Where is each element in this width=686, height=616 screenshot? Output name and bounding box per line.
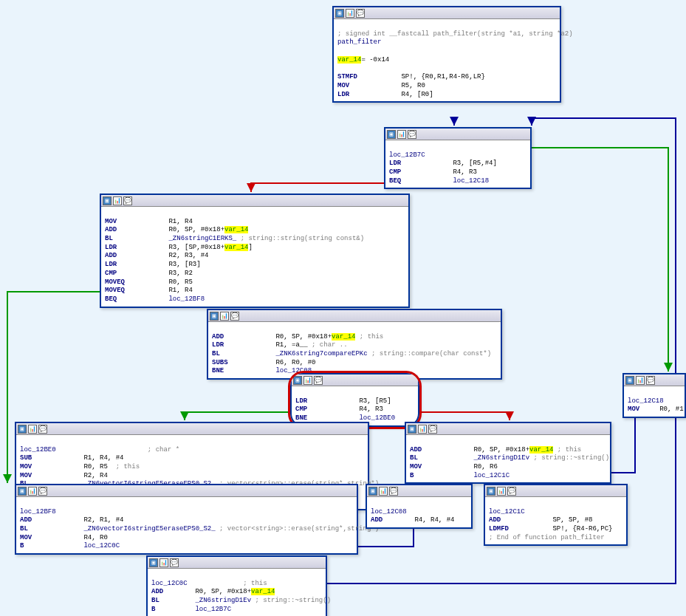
node-header: ▣ 📊 💬 (101, 195, 408, 207)
func-signature: ; signed int __fastcall path_filter(stri… (337, 30, 573, 38)
graph-icon[interactable]: 📊 (220, 312, 229, 321)
node-header: ▣ 📊 💬 (16, 485, 357, 497)
graph-icon[interactable]: 📊 (113, 196, 122, 205)
node-loc-12C08[interactable]: ▣ 📊 💬 loc_12C08 ADD R4, R4, #4 (366, 484, 473, 529)
collapse-icon[interactable]: ▣ (487, 487, 495, 496)
comment-icon[interactable]: 💬 (507, 487, 516, 496)
collapse-icon[interactable]: ▣ (18, 425, 27, 434)
graph-icon[interactable]: 📊 (303, 376, 312, 385)
node-body: loc_12C18 MOV R0, #1 (624, 386, 685, 417)
node-header: ▣ 📊 💬 (16, 423, 368, 435)
comment-icon[interactable]: 💬 (408, 130, 416, 139)
comment-icon[interactable]: 💬 (389, 487, 398, 496)
collapse-icon[interactable]: ▣ (335, 9, 344, 18)
node-loc-12BF8[interactable]: ▣ 📊 💬 loc_12BF8 ADD R2, R1, #4 BL _ZN6ve… (15, 484, 358, 555)
comment-icon[interactable]: 💬 (170, 558, 179, 567)
graph-icon[interactable]: 📊 (418, 425, 427, 434)
comment-icon[interactable]: 💬 (428, 425, 437, 434)
node-header: ▣ 📊 💬 (406, 423, 610, 435)
collapse-icon[interactable]: ▣ (18, 487, 27, 496)
node-header: ▣ 📊 💬 (485, 485, 626, 497)
node-header: ▣ 📊 💬 (208, 310, 501, 322)
graph-icon[interactable]: 📊 (397, 130, 406, 139)
node-loc-12C0C[interactable]: ▣ 📊 💬 loc_12C0C ; this ADD R0, SP, #0x18… (146, 555, 327, 616)
node-block-3[interactable]: ▣ 📊 💬 MOV R1, R4 ADD R0, SP, #0x18+var_1… (100, 194, 410, 308)
collapse-icon[interactable]: ▣ (103, 196, 112, 205)
node-body: ADD R0, SP, #0x18+var_14 ; this LDR R1, … (208, 322, 501, 378)
graph-icon[interactable]: 📊 (346, 9, 354, 18)
node-header: ▣ 📊 💬 (367, 485, 471, 497)
graph-icon[interactable]: 📊 (636, 376, 645, 385)
node-header: ▣ 📊 💬 (292, 374, 418, 386)
collapse-icon[interactable]: ▣ (625, 376, 634, 385)
node-body: ADD R0, SP, #0x18+var_14 ; this BL _ZN6s… (406, 435, 610, 482)
node-body: loc_12C0C ; this ADD R0, SP, #0x18+var_1… (148, 569, 326, 616)
node-block-5-circled[interactable]: ▣ 📊 💬 LDR R3, [R5] CMP R4, R3 BNE loc_12… (290, 373, 419, 427)
collapse-icon[interactable]: ▣ (210, 312, 219, 321)
node-block-4[interactable]: ▣ 📊 💬 ADD R0, SP, #0x18+var_14 ; this LD… (207, 309, 502, 380)
graph-icon[interactable]: 📊 (28, 487, 37, 496)
comment-icon[interactable]: 💬 (123, 196, 132, 205)
comment-icon[interactable]: 💬 (38, 487, 47, 496)
graph-icon[interactable]: 📊 (160, 558, 168, 567)
node-body: loc_12B7C LDR R3, [R5,#4] CMP R4, R3 BEQ… (385, 140, 530, 188)
func-label: path_filter (337, 38, 381, 46)
graph-icon[interactable]: 📊 (497, 487, 506, 496)
node-loc-12C1C[interactable]: ▣ 📊 💬 loc_12C1C ADD SP, SP, #8 LDMFD SP!… (484, 484, 628, 546)
node-header: ▣ 📊 💬 (385, 129, 530, 140)
graph-icon[interactable]: 📊 (379, 487, 388, 496)
comment-icon[interactable]: 💬 (230, 312, 239, 321)
comment-icon[interactable]: 💬 (314, 376, 323, 385)
node-block-7[interactable]: ▣ 📊 💬 ADD R0, SP, #0x18+var_14 ; this BL… (405, 422, 611, 484)
node-path-filter-entry[interactable]: ▣ 📊 💬 ; signed int __fastcall path_filte… (332, 6, 561, 103)
collapse-icon[interactable]: ▣ (387, 130, 396, 139)
node-loc-12C18[interactable]: ▣ 📊 💬 loc_12C18 MOV R0, #1 (622, 373, 686, 418)
vardef: var_14 (337, 56, 361, 64)
node-loc-12B7C[interactable]: ▣ 📊 💬 loc_12B7C LDR R3, [R5,#4] CMP R4, … (384, 127, 532, 189)
collapse-icon[interactable]: ▣ (368, 487, 377, 496)
node-header: ▣ 📊 💬 (148, 557, 326, 569)
graph-icon[interactable]: 📊 (28, 425, 37, 434)
node-body: ; signed int __fastcall path_filter(stri… (334, 19, 560, 101)
comment-icon[interactable]: 💬 (646, 376, 655, 385)
node-body: loc_12BF8 ADD R2, R1, #4 BL _ZN6vectorI6… (16, 497, 357, 553)
node-body: loc_12C08 ADD R4, R4, #4 (367, 497, 471, 527)
node-body: MOV R1, R4 ADD R0, SP, #0x18+var_14 BL _… (101, 207, 408, 307)
node-header: ▣ 📊 💬 (334, 7, 560, 19)
comment-icon[interactable]: 💬 (38, 425, 47, 434)
node-header: ▣ 📊 💬 (624, 374, 685, 386)
collapse-icon[interactable]: ▣ (408, 425, 416, 434)
collapse-icon[interactable]: ▣ (149, 558, 158, 567)
collapse-icon[interactable]: ▣ (293, 376, 302, 385)
node-body: LDR R3, [R5] CMP R4, R3 BNE loc_12BE0 (292, 386, 418, 425)
node-body: loc_12C1C ADD SP, SP, #8 LDMFD SP!, {R4-… (485, 497, 626, 544)
comment-icon[interactable]: 💬 (356, 9, 365, 18)
